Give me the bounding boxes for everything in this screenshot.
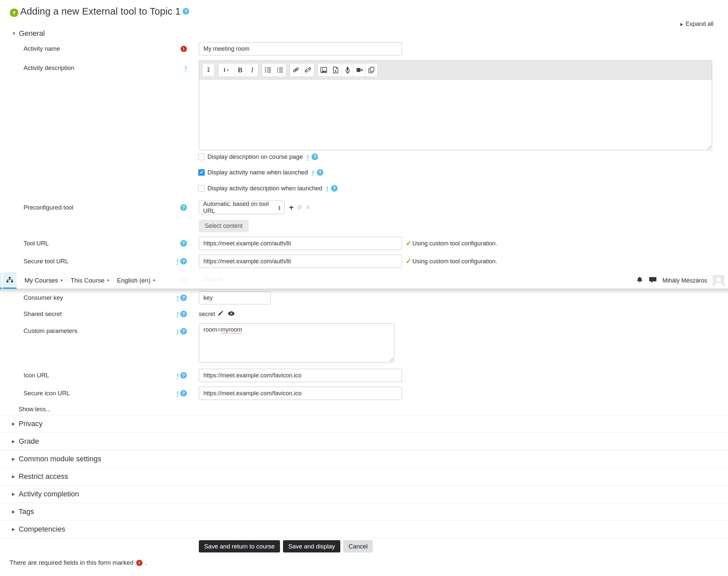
help-icon[interactable]: ?	[331, 185, 338, 192]
record-audio-icon[interactable]	[342, 63, 354, 77]
paragraph-style-icon[interactable]: i ▾	[218, 63, 234, 77]
shared-secret-label: Shared secret	[24, 310, 62, 318]
preconfigured-tool-select[interactable]: Automatic, based on tool URL ▴▾	[199, 201, 285, 214]
preconfigured-tool-label: Preconfigured tool	[24, 204, 73, 211]
form-actions: Save and return to course Save and displ…	[199, 540, 373, 552]
section-header-restrict-access[interactable]: ▶ Restrict access	[0, 467, 728, 485]
sitemap-icon[interactable]	[3, 272, 17, 289]
checkbox-checked[interactable]	[198, 169, 205, 176]
advanced-icon: !	[177, 311, 179, 317]
icon-url-input[interactable]	[199, 369, 402, 382]
icon-url-row: Icon URL !?	[0, 369, 728, 382]
secure-tool-url-row: Secure tool URL !? ✓ Using custom tool c…	[0, 255, 728, 268]
image-icon[interactable]	[318, 63, 330, 77]
activity-name-label: Activity name	[24, 45, 60, 52]
misspelled-word: myroom	[221, 326, 242, 333]
bullet-list-icon[interactable]	[262, 63, 274, 77]
display-activity-name-checkbox-row: Display activity name when launched ! ?	[198, 169, 324, 176]
chevron-right-icon: ▶	[12, 439, 15, 444]
user-name[interactable]: Mihály Mészáros	[662, 277, 707, 284]
add-tool-icon[interactable]: +	[289, 204, 294, 211]
section-header-common-module-settings[interactable]: ▶ Common module settings	[0, 450, 728, 467]
custom-parameters-row: Custom parameters !? room=myroom	[0, 323, 728, 363]
nav-my-courses[interactable]: My Courses ▾	[25, 277, 63, 284]
section-header-privacy[interactable]: ▶ Privacy	[0, 415, 728, 432]
advanced-icon: !	[177, 295, 179, 301]
help-icon[interactable]: ?	[180, 294, 187, 301]
chevron-right-icon: ▶	[12, 509, 15, 514]
shared-secret-row: Shared secret !? secret	[0, 310, 728, 318]
advanced-icon: !	[177, 372, 179, 379]
advanced-icon: !	[185, 65, 187, 71]
tool-url-input[interactable]	[199, 237, 402, 250]
nav-tab-partial[interactable]	[0, 272, 2, 289]
manage-files-icon[interactable]	[365, 63, 377, 77]
avatar[interactable]	[713, 275, 724, 287]
shared-secret-value: secret	[199, 311, 215, 318]
secure-icon-url-label: Secure icon URL	[24, 390, 70, 397]
show-less-link[interactable]: Show less...	[19, 406, 51, 413]
resize-handle[interactable]	[389, 357, 393, 362]
chevron-right-icon: ▶	[12, 422, 15, 426]
media-icon[interactable]	[330, 63, 342, 77]
bell-icon[interactable]	[636, 276, 643, 285]
consumer-key-label: Consumer key	[24, 294, 63, 301]
help-icon[interactable]: ?	[180, 240, 187, 247]
save-and-display-button[interactable]: Save and display	[283, 540, 340, 552]
nav-this-course[interactable]: This Course ▾	[70, 277, 109, 284]
advanced-icon: !	[177, 328, 179, 335]
secure-icon-url-input[interactable]	[199, 387, 402, 400]
unlink-icon[interactable]	[302, 63, 314, 77]
advanced-icon: !	[307, 154, 309, 160]
help-icon[interactable]: ?	[311, 153, 318, 160]
activity-name-input[interactable]	[199, 42, 402, 55]
secure-tool-url-input[interactable]	[199, 255, 402, 268]
icon-url-label: Icon URL	[24, 372, 49, 379]
help-icon[interactable]: ?	[183, 8, 189, 15]
help-icon[interactable]: ?	[180, 311, 187, 317]
page: Adding a new External tool to Topic 1 ? …	[0, 0, 728, 576]
help-icon[interactable]: ?	[180, 258, 187, 265]
nav-language[interactable]: English (en) ▾	[117, 277, 155, 284]
caret-down-icon: ▾	[61, 278, 63, 283]
checkbox[interactable]	[198, 153, 205, 160]
tool-url-label: Tool URL	[24, 240, 49, 247]
page-title-row: Adding a new External tool to Topic 1 ?	[10, 6, 189, 17]
section-header-activity-completion[interactable]: ▶ Activity completion	[0, 485, 728, 503]
rich-text-editor[interactable]: ↧ i ▾ B I	[199, 60, 712, 150]
chevron-right-icon: ▶	[12, 527, 15, 531]
help-icon[interactable]: ?	[180, 328, 187, 335]
help-icon[interactable]: ?	[180, 372, 187, 379]
custom-parameters-textarea[interactable]: room=myroom	[199, 323, 394, 363]
show-secret-eye-icon[interactable]	[228, 311, 235, 318]
help-icon[interactable]: ?	[317, 169, 324, 176]
preconfigured-tool-row: Preconfigured tool ? Automatic, based on…	[0, 201, 728, 214]
checkbox[interactable]	[198, 185, 205, 192]
activity-description-row: Activity description ! ↧ i ▾ B I	[0, 60, 728, 150]
link-icon[interactable]	[290, 63, 302, 77]
section-header-competencies[interactable]: ▶ Competencies	[0, 520, 728, 538]
help-icon[interactable]: ?	[180, 204, 187, 211]
ordered-list-icon[interactable]	[274, 63, 286, 77]
delete-tool-icon: ✕	[305, 204, 310, 210]
section-header-grade[interactable]: ▶ Grade	[0, 432, 728, 450]
cancel-button[interactable]: Cancel	[343, 540, 373, 552]
save-and-return-button[interactable]: Save and return to course	[199, 540, 280, 552]
section-header-general[interactable]: ▼ General	[12, 29, 45, 38]
advanced-icon: !	[326, 185, 328, 192]
edit-pencil-icon[interactable]	[217, 310, 223, 318]
editor-content-area[interactable]	[199, 80, 712, 150]
expand-all-link[interactable]: ▶ Expand all	[680, 21, 714, 28]
italic-icon[interactable]: I	[246, 63, 258, 77]
help-icon[interactable]: ?	[180, 390, 187, 397]
collapse-toolbar-icon[interactable]: ↧	[203, 63, 214, 77]
collapsed-sections: ▶ Privacy ▶ Grade ▶ Common module settin…	[0, 415, 728, 538]
bold-icon[interactable]: B	[234, 63, 246, 77]
caret-down-icon: ▾	[153, 278, 155, 283]
section-header-tags[interactable]: ▶ Tags	[0, 503, 728, 520]
record-video-icon[interactable]	[354, 63, 365, 77]
resize-handle[interactable]	[707, 145, 711, 149]
chat-icon[interactable]	[649, 277, 657, 285]
external-tool-icon	[10, 9, 18, 17]
select-content-button[interactable]: Select content	[199, 220, 248, 232]
